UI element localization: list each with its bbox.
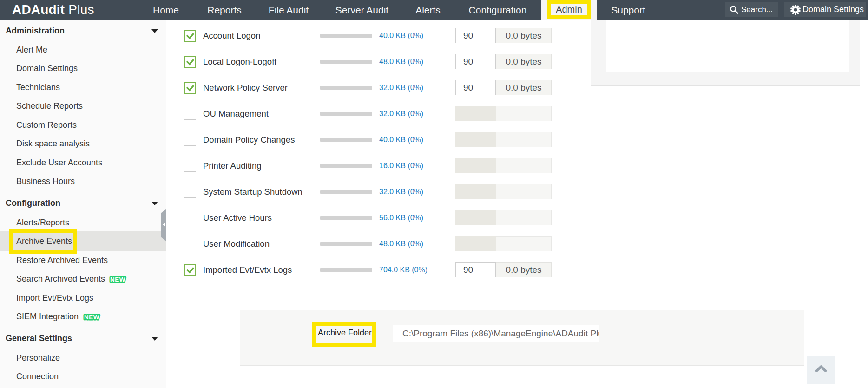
svg-text:NEW: NEW — [84, 314, 99, 321]
svg-text:NEW: NEW — [110, 276, 125, 283]
